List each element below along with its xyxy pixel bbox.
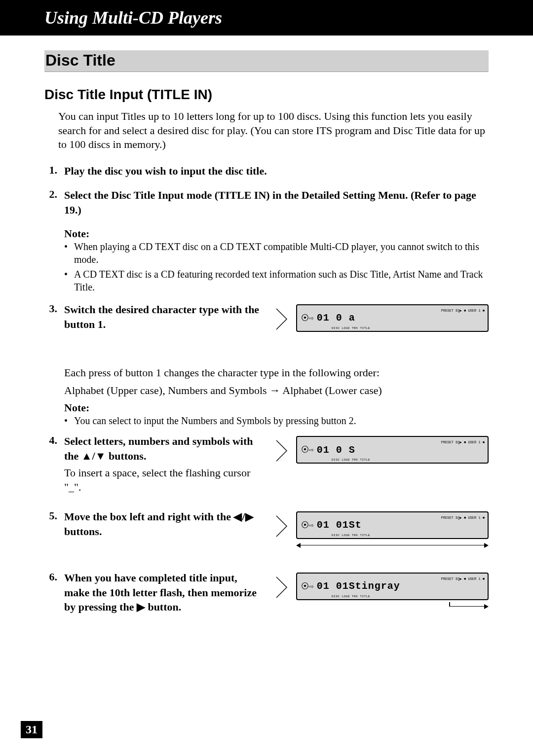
step-text: Move the box left and right with the ◀/▶… [64, 509, 262, 539]
lcd-figure-4: ⦿⇨ 01 0 S DISC LOUD TRK TITLE PRESET EQ▶… [276, 436, 489, 473]
lcd-text: 01 01Stingray [317, 580, 400, 592]
lcd-sublabels: DISC LOUD TRK TITLE [332, 534, 370, 537]
step-text: Select the Disc Title Input mode (TITLE … [64, 188, 489, 217]
lcd-text: 01 0 S [317, 444, 355, 456]
lcd-sublabels: DISC LOUD TRK TITLE [332, 458, 370, 462]
lcd-right-text: PRESET EQ▶ ■ USER 1 ■ [441, 441, 485, 445]
step-text: Select letters, numbers and symbols with… [64, 434, 262, 463]
lcd-right-text: PRESET EQ▶ ■ USER 1 ■ [441, 309, 485, 313]
step-number: 4. [44, 434, 57, 495]
lcd-display: ⦿⇨ 01 0 S DISC LOUD TRK TITLE PRESET EQ▶… [296, 436, 489, 464]
step-subtext: To insert a space, select the flashing c… [64, 466, 262, 495]
note-bullet: •When playing a CD TEXT disc on a CD TEX… [64, 240, 489, 266]
step-text: Switch the desired character type with t… [64, 302, 262, 331]
lcd-sublabels: DISC LOUD TRK TITLE [332, 595, 370, 598]
note-bullet: •A CD TEXT disc is a CD featuring record… [64, 268, 489, 293]
cd-icon: ⦿⇨ [301, 520, 314, 530]
note-bullet: •You can select to input the Numbers and… [64, 414, 489, 427]
note-list: •When playing a CD TEXT disc on a CD TEX… [64, 240, 489, 293]
step-number: 1. [44, 164, 57, 179]
step-number: 3. [44, 302, 57, 331]
cd-icon: ⦿⇨ [301, 445, 314, 455]
lcd-right-text: PRESET EQ▶ ■ USER 1 ■ [441, 516, 485, 520]
step-number: 5. [44, 509, 57, 539]
page-number: 31 [21, 721, 42, 738]
bidirectional-arrow [296, 541, 489, 550]
intro-paragraph: You can input Titles up to 10 letters lo… [58, 109, 489, 152]
step3-para1: Each press of button 1 changes the chara… [64, 365, 489, 380]
note-list: •You can select to input the Numbers and… [64, 414, 489, 427]
section-heading: Disc Title [44, 50, 489, 72]
page-content: Disc Title Disc Title Input (TITLE IN) Y… [0, 36, 533, 617]
step-text: Play the disc you wish to input the disc… [64, 164, 267, 179]
note-heading: Note: [64, 227, 489, 240]
lcd-display: ⦿⇨ 01 01Stingray DISC LOUD TRK TITLE PRE… [296, 573, 489, 600]
arrow-icon: → [269, 384, 280, 396]
right-arrow [296, 602, 489, 611]
lcd-figure-6: ⦿⇨ 01 01Stingray DISC LOUD TRK TITLE PRE… [276, 573, 489, 617]
cd-icon: ⦿⇨ [301, 581, 314, 591]
lcd-right-text: PRESET EQ▶ ■ USER 1 ■ [441, 577, 485, 581]
chapter-title: Using Multi-CD Players [44, 7, 222, 28]
subsection-heading: Disc Title Input (TITLE IN) [44, 87, 489, 103]
lcd-text: 01 01St [317, 519, 362, 531]
chapter-header: Using Multi-CD Players [0, 0, 533, 36]
step-number: 2. [44, 188, 57, 217]
cd-icon: ⦿⇨ [301, 313, 314, 323]
step-1: 1. Play the disc you wish to input the d… [44, 164, 489, 179]
step-text: When you have completed title input, mak… [64, 571, 262, 614]
lcd-display: ⦿⇨ 01 0 a DISC LOUD TRK TITLE PRESET EQ▶… [296, 304, 489, 332]
lcd-figure-3: ⦿⇨ 01 0 a DISC LOUD TRK TITLE PRESET EQ▶… [276, 304, 489, 342]
note-heading: Note: [64, 401, 489, 414]
step-2: 2. Select the Disc Title Input mode (TIT… [44, 188, 489, 217]
step3-para2: Alphabet (Upper case), Numbers and Symbo… [64, 383, 489, 398]
step-number: 6. [44, 571, 57, 614]
lcd-figure-5: ⦿⇨ 01 01St DISC LOUD TRK TITLE PRESET EQ… [276, 511, 489, 556]
lcd-sublabels: DISC LOUD TRK TITLE [332, 326, 370, 330]
lcd-display: ⦿⇨ 01 01St DISC LOUD TRK TITLE PRESET EQ… [296, 511, 489, 539]
lcd-text: 01 0 a [317, 312, 355, 324]
